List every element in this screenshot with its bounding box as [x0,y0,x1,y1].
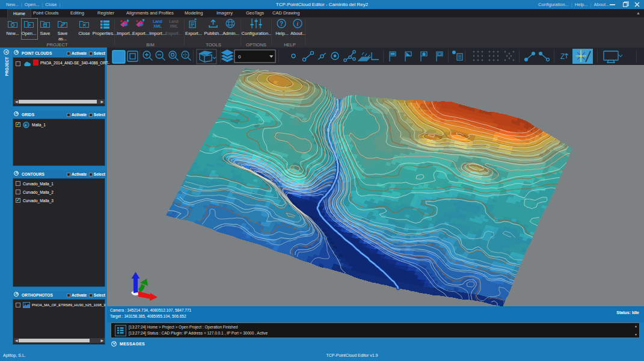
svg-text:Z: Z [560,52,565,61]
svg-text:XML: XML [153,24,162,28]
svg-text:Land: Land [153,19,162,23]
svg-text:Land: Land [169,19,179,23]
svg-text:?: ? [280,20,283,27]
svg-text:XML: XML [170,24,178,28]
svg-text:0: 0 [238,54,241,60]
svg-text:i: i [297,20,299,27]
